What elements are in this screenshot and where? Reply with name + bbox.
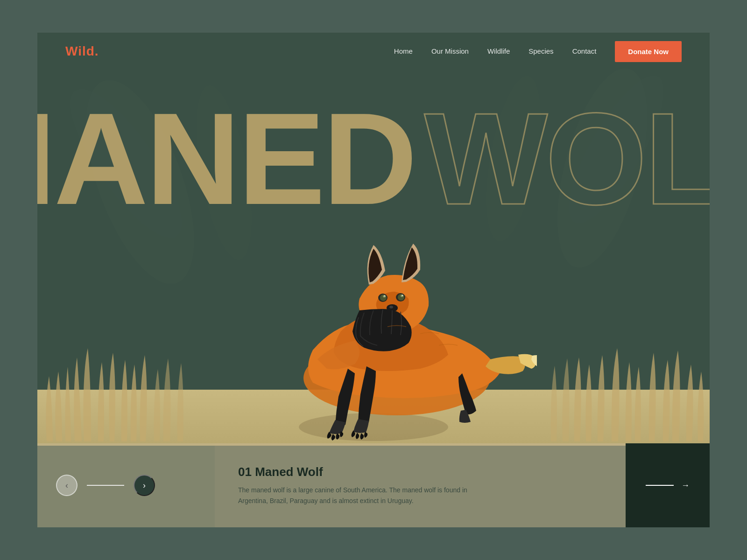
nav-item-donate[interactable]: Donate Now [615, 41, 682, 62]
nav-item-home[interactable]: Home [394, 47, 413, 56]
animal-description: The maned wolf is a large canine of Sout… [238, 485, 481, 506]
logo-accent: . [95, 44, 99, 58]
right-arrow-line [646, 485, 674, 486]
bottom-nav-right[interactable]: → [626, 443, 710, 527]
prev-button[interactable]: ‹ [56, 475, 78, 496]
bottom-bar: ‹ › 01 Maned Wolf The maned wolf is a la… [37, 443, 710, 527]
navbar: Wild. Home Our Mission Wildlife Species … [37, 33, 710, 70]
logo: Wild. [65, 44, 99, 59]
nav-link-home[interactable]: Home [394, 47, 413, 55]
svg-point-11 [380, 294, 387, 301]
wolf-svg [210, 173, 537, 453]
nav-link-wildlife[interactable]: Wildlife [487, 47, 510, 55]
next-arrow-icon: › [143, 481, 146, 490]
hero-section: MANED WOLF Wild. Home Our Mission Wildli… [37, 33, 710, 527]
bottom-nav-left: ‹ › [37, 443, 215, 527]
donate-button[interactable]: Donate Now [615, 41, 682, 62]
svg-point-12 [398, 294, 404, 301]
nav-link-mission[interactable]: Our Mission [431, 47, 469, 55]
bottom-info: 01 Maned Wolf The maned wolf is a large … [215, 443, 626, 527]
prev-arrow-icon: ‹ [65, 481, 68, 490]
nav-item-mission[interactable]: Our Mission [431, 47, 469, 56]
right-arrow-icon: → [681, 481, 690, 490]
nav-item-contact[interactable]: Contact [572, 47, 597, 56]
nav-line [87, 485, 124, 486]
browser-window: MANED WOLF Wild. Home Our Mission Wildli… [37, 33, 710, 527]
animal-title: 01 Maned Wolf [238, 465, 602, 479]
nav-item-wildlife[interactable]: Wildlife [487, 47, 510, 56]
svg-point-8 [389, 306, 393, 308]
nav-item-species[interactable]: Species [529, 47, 553, 56]
nav-links: Home Our Mission Wildlife Species Contac… [394, 41, 682, 62]
logo-text: Wild. [65, 44, 99, 58]
svg-point-16 [402, 295, 403, 296]
next-button[interactable]: › [134, 475, 155, 496]
nav-link-contact[interactable]: Contact [572, 47, 597, 55]
animal-illustration [210, 173, 537, 453]
nav-link-species[interactable]: Species [529, 47, 553, 55]
svg-point-15 [384, 295, 386, 297]
